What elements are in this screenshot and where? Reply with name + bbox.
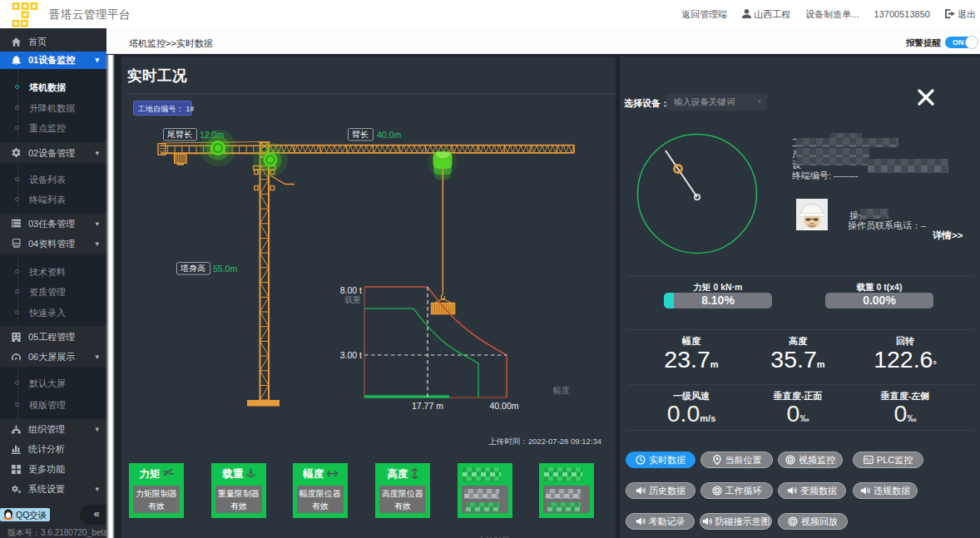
svg-text:PLC: PLC <box>865 457 872 461</box>
svg-text:臂长: 臂长 <box>352 130 369 139</box>
svg-text:载重: 载重 <box>344 295 361 304</box>
svg-text:55.0m: 55.0m <box>213 264 237 274</box>
svg-text:幅度: 幅度 <box>553 386 570 395</box>
svg-text:塔身高: 塔身高 <box>180 264 205 273</box>
svg-text:8.00 t: 8.00 t <box>340 285 362 295</box>
svg-text:尾臂长: 尾臂长 <box>167 130 192 139</box>
svg-text:3.00 t: 3.00 t <box>340 350 362 360</box>
svg-text:17.77 m: 17.77 m <box>412 401 443 411</box>
svg-text:40.00m: 40.00m <box>489 401 518 411</box>
svg-text:工地自编号： 1#: 工地自编号： 1# <box>138 105 196 113</box>
svg-text:40.0m: 40.0m <box>377 130 401 140</box>
